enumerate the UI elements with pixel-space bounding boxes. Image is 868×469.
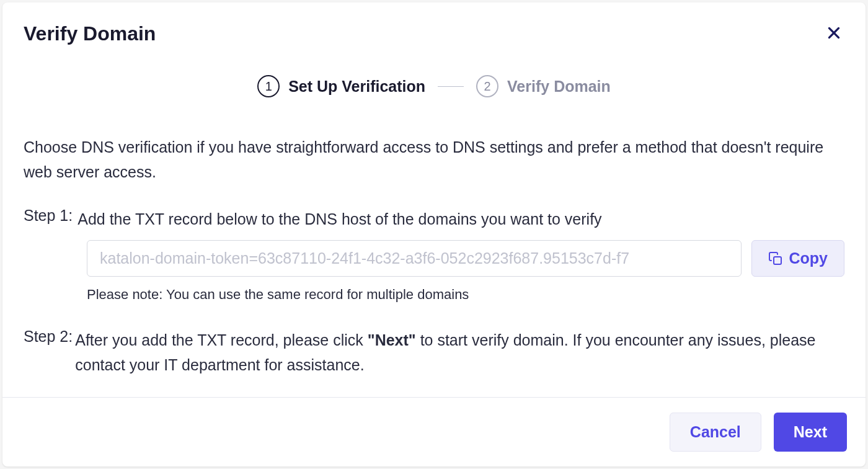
modal-content: Choose DNS verification if you have stra… — [2, 110, 866, 397]
step-1: 1 Set Up Verification — [257, 75, 425, 97]
svg-rect-2 — [774, 257, 781, 264]
step-2-bold: "Next" — [368, 331, 416, 349]
stepper: 1 Set Up Verification 2 Verify Domain — [2, 45, 866, 110]
step-1-number: 1 — [257, 75, 280, 97]
modal-title: Verify Domain — [24, 22, 156, 45]
step-1-label: Set Up Verification — [288, 78, 425, 96]
note-text: Please note: You can use the same record… — [87, 287, 844, 303]
modal-header: Verify Domain — [2, 2, 866, 45]
copy-label: Copy — [789, 249, 828, 267]
copy-button[interactable]: Copy — [751, 240, 845, 277]
step-2-before: After you add the TXT record, please cli… — [75, 331, 368, 349]
step-1-instruction: Add the TXT record below to the DNS host… — [78, 207, 601, 231]
step-1-prefix: Step 1: — [24, 207, 73, 231]
verify-domain-modal: Verify Domain 1 Set Up Verification 2 Ve… — [2, 2, 866, 467]
step-2: 2 Verify Domain — [476, 75, 611, 97]
step-2-prefix: Step 2: — [24, 328, 73, 377]
step-2-label: Verify Domain — [507, 78, 611, 96]
description-text: Choose DNS verification if you have stra… — [24, 135, 844, 184]
copy-icon — [768, 251, 783, 266]
cancel-button[interactable]: Cancel — [670, 413, 761, 452]
close-button[interactable] — [823, 22, 844, 45]
step-2-row: Step 2: After you add the TXT record, pl… — [24, 328, 844, 377]
step-divider — [438, 86, 464, 87]
modal-footer: Cancel Next — [2, 397, 866, 467]
txt-record-field[interactable]: katalon-domain-token=63c87110-24f1-4c32-… — [87, 240, 742, 277]
next-button[interactable]: Next — [774, 413, 847, 452]
txt-record-row: katalon-domain-token=63c87110-24f1-4c32-… — [87, 240, 844, 277]
step-2-instruction: After you add the TXT record, please cli… — [75, 328, 844, 377]
close-icon — [826, 25, 842, 43]
step-1-row: Step 1: Add the TXT record below to the … — [24, 207, 844, 231]
step-2-number: 2 — [476, 75, 498, 97]
